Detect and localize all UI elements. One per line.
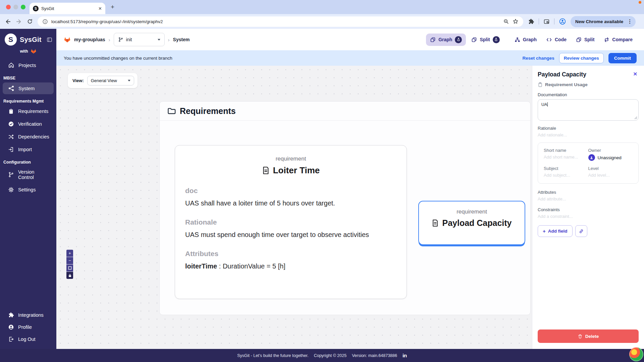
short-name-field[interactable]: Short name Add short name... [544,148,588,161]
view-link-compare[interactable]: Compare [600,34,637,45]
recording-indicator-dot [639,1,641,4]
sidebar: S SysGit with Projects MBSE System Requi… [0,29,56,349]
text-cursor [547,102,548,107]
sidebar-item-verification[interactable]: Verification [3,118,54,130]
doc-heading: doc [185,187,396,195]
back-icon[interactable] [5,18,11,25]
user-circle-icon [8,324,14,330]
sysgit-logo: S [5,34,17,46]
uncommitted-changes-banner: You have uncommitted changes on the curr… [56,50,644,66]
traffic-light-close[interactable] [6,5,11,9]
zoom-out-page-icon[interactable] [503,18,509,24]
gear-icon [8,187,14,193]
zoom-out-button[interactable]: − [66,257,73,264]
commit-button[interactable]: Commit [608,53,637,63]
attributes-placeholder[interactable]: Add attribute... [538,196,639,201]
subject-field[interactable]: Subject Add subject... [544,166,588,178]
branch-select[interactable]: init [114,33,165,46]
puzzle-icon [8,312,14,318]
reload-icon[interactable] [27,18,33,24]
sidebar-item-logout[interactable]: Log Out [3,334,54,345]
close-icon[interactable]: ✕ [632,71,639,77]
sidebar-item-dependencies[interactable]: Dependencies [3,131,54,142]
code-icon [546,37,552,43]
documentation-input[interactable]: UA [538,99,639,121]
site-info-icon[interactable] [42,19,48,24]
constraints-placeholder[interactable]: Add a constraint... [538,214,639,219]
rationale-placeholder[interactable]: Add rationale... [538,132,639,137]
fields-box: Short name Add short name... Owner Unass… [538,142,639,184]
level-field[interactable]: Level Add level... [588,166,633,178]
graph-canvas[interactable]: View: General View Requirements requirem… [56,66,532,349]
sidebar-item-import[interactable]: Import [3,144,54,155]
sidebar-item-version-control[interactable]: Version Control [3,167,54,183]
view-link-code[interactable]: Code [542,34,571,45]
reset-changes-button[interactable]: Reset changes [522,56,554,61]
view-selector-card: View: General View [68,73,138,88]
sidebar-item-settings[interactable]: Settings [3,184,54,195]
clipboard-icon [538,82,543,87]
home-icon [8,62,14,68]
view-link-graph[interactable]: Graph [511,34,541,45]
toolbar-divider [539,18,539,24]
layers-icon [430,37,436,43]
sidebar-item-requirements[interactable]: Requirements [3,106,54,117]
view-toggle-split[interactable]: Split [467,34,503,46]
clipboard-icon [8,108,14,114]
canvas-controls: + − [66,250,73,279]
folder-icon [167,107,176,115]
fit-view-button[interactable] [66,264,73,272]
footer-tagline: SysGit - Let’s build the future together… [237,353,308,358]
view-select[interactable]: General View [87,76,134,85]
new-tab-button[interactable]: + [111,3,114,11]
node-kind-label: requirement [419,208,525,215]
resize-handle[interactable] [634,116,637,119]
owner-field[interactable]: Owner Unassigned [588,148,633,161]
sysgit-favicon: S [33,6,39,11]
reading-mode-icon[interactable] [543,18,550,25]
footer-copyright: Copyright © 2025 [314,353,346,358]
requirements-container-node[interactable]: Requirements requirement Loiter Time doc… [159,101,531,315]
sidebar-collapse-icon[interactable] [47,37,52,43]
link-button[interactable] [575,225,587,237]
trash-icon [578,334,583,339]
footer-version: Version: main.64873886 [352,353,397,358]
zoom-in-button[interactable]: + [66,250,73,257]
sidebar-item-projects[interactable]: Projects [3,59,54,71]
rationale-heading: Rationale [185,218,396,226]
chevron-down-icon [158,39,160,41]
profile-avatar-icon[interactable] [559,18,566,25]
traffic-light-minimize[interactable] [13,5,18,9]
branch-name: init [126,37,155,42]
tab-close-icon[interactable]: ✕ [98,6,102,11]
sidebar-item-integrations[interactable]: Integrations [3,309,54,321]
lock-button[interactable] [66,272,73,279]
sidebar-item-profile[interactable]: Profile [3,321,54,333]
logout-icon [8,336,14,342]
requirement-node-payload-capacity[interactable]: requirement Payload Capacity [418,201,525,245]
linkedin-icon[interactable]: in [402,353,407,359]
view-toggle-graph[interactable]: Graph [426,34,466,46]
chrome-actions: New Chrome available ⋮ [528,16,636,27]
url-bar[interactable]: localhost:5173/repo/my-group/uas/-/init/… [38,16,523,27]
constraints-label: Constraints [538,207,639,212]
add-field-button[interactable]: + Add field [538,225,573,237]
app-footer: SysGit - Let’s build the future together… [0,349,644,362]
detail-panel: Payload Capacity ✕ Requirement Usage Doc… [532,66,644,349]
element-type: Requirement Usage [538,82,639,87]
extensions-icon[interactable] [528,18,534,25]
owner-value: Unassigned [598,155,622,160]
traffic-light-zoom[interactable] [21,5,25,9]
delete-button[interactable]: Delete [538,329,639,343]
browser-tab[interactable]: S SysGit ✕ [30,3,105,14]
url-text[interactable]: localhost:5173/repo/my-group/uas/-/init/… [51,19,500,24]
bookmark-star-icon[interactable] [513,18,519,24]
view-link-split[interactable]: Split [572,34,598,45]
breadcrumb-repo[interactable]: my-group/uas [74,37,105,42]
chrome-update-button[interactable]: New Chrome available ⋮ [571,16,636,27]
review-changes-button[interactable]: Review changes [559,53,604,63]
attribute-line: loiterTime : DurationValue = 5 [h] [185,262,396,270]
requirement-node-loiter-time[interactable]: requirement Loiter Time doc UAS shall ha… [175,145,407,299]
kebab-menu-icon[interactable]: ⋮ [626,18,634,24]
sidebar-item-system[interactable]: System [3,82,54,94]
